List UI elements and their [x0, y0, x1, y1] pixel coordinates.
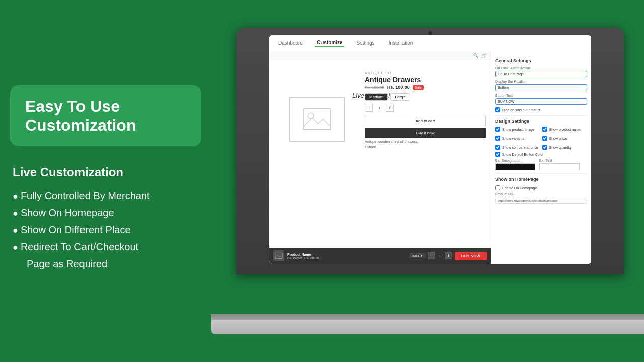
bar-text-col: Bar Text: [539, 159, 580, 170]
feature-item-2: Show On Homepage: [13, 204, 201, 221]
show-product-image-label: Show product image: [502, 128, 534, 131]
enable-homepage-label: Enable On Homepage: [502, 186, 537, 190]
product-url-label: Product URL: [495, 192, 587, 196]
qty-increase[interactable]: +: [386, 104, 394, 112]
tab-installation[interactable]: Installation: [387, 39, 415, 47]
app-topbar: Dashboard Customize Settings Installatio…: [269, 35, 591, 51]
sticky-back-btn[interactable]: Back ▼: [409, 253, 426, 258]
back-label: Back: [412, 254, 419, 257]
design-settings-title: Design Settings: [495, 119, 587, 124]
show-compare-price-row: Show compare at price: [495, 145, 540, 150]
feature-item-1: Fully Controlled By Merchant: [13, 187, 201, 204]
show-product-name-row: Show product name: [542, 127, 588, 132]
show-price-checkbox[interactable]: [542, 136, 547, 141]
bar-bg-col: Bar Background: [495, 159, 535, 170]
divider-1: [495, 115, 587, 116]
product-url-input[interactable]: [495, 198, 587, 204]
sticky-product-thumb: [273, 250, 284, 261]
size-large[interactable]: Large: [390, 93, 410, 101]
enable-homepage-row: Enable On Homepage: [495, 185, 587, 190]
size-medium[interactable]: Medium: [365, 93, 388, 101]
headline-box: Easy To Use Customization: [10, 85, 201, 146]
divider-2: [495, 173, 587, 174]
show-homepage-title: Show on HomePage: [495, 177, 587, 182]
laptop-hinge: [211, 314, 644, 320]
show-compare-price-label: Show compare at price: [502, 146, 538, 149]
size-buttons: Medium Large: [365, 93, 486, 101]
app-body: 🔍 🛒 Live Customization: [269, 51, 591, 264]
button-text-input[interactable]: [495, 98, 587, 105]
svg-rect-0: [303, 109, 331, 130]
show-price-row: Show price: [542, 136, 588, 141]
bar-bg-color-box[interactable]: [495, 163, 535, 170]
on-click-input[interactable]: [495, 71, 587, 77]
sticky-qty-control: − 1 +: [428, 252, 452, 259]
feature-item-5: Page as Required: [13, 255, 201, 273]
show-default-button-checkbox[interactable]: [495, 152, 500, 157]
bar-text-label: Bar Text: [539, 159, 580, 162]
show-price-label: Show price: [549, 137, 567, 140]
sticky-qty-decrease[interactable]: −: [428, 252, 435, 259]
feature-item-3: Show On Different Place: [13, 221, 201, 238]
sticky-product-info: Product Name Rs. 150.00 Rs. 248.00: [287, 253, 406, 259]
sticky-qty-increase[interactable]: +: [445, 252, 452, 259]
show-product-image-checkbox[interactable]: [495, 127, 500, 132]
show-quantity-row: Show quantity: [542, 145, 588, 150]
show-default-button-row: Show Default Button Color: [495, 152, 587, 157]
features-title: Live Customization: [13, 161, 201, 183]
show-compare-price-checkbox[interactable]: [495, 145, 500, 150]
show-variants-checkbox[interactable]: [495, 136, 500, 141]
design-settings-grid: Show product image Show product name Sho…: [495, 127, 587, 152]
tab-customize[interactable]: Customize: [315, 39, 345, 47]
tab-dashboard[interactable]: Dashboard: [276, 39, 305, 47]
old-price: Rs. 150.00: [365, 85, 384, 90]
settings-panel: General Settings On Click Button Action …: [491, 51, 591, 264]
sticky-buy-btn[interactable]: BUY NOW: [455, 252, 487, 260]
laptop-base: [211, 320, 644, 334]
hide-sold-out-checkbox[interactable]: [495, 107, 500, 112]
product-image-placeholder: [289, 76, 345, 142]
product-preview: 🔍 🛒 Live Customization: [269, 51, 491, 264]
sticky-bar: Product Name Rs. 150.00 Rs. 248.00: [269, 248, 491, 264]
qty-decrease[interactable]: −: [365, 104, 373, 112]
svg-point-1: [308, 113, 314, 119]
button-text-label: Button Text: [495, 94, 587, 97]
sale-badge: Sale: [413, 85, 424, 90]
color-pickers-row: Bar Background Bar Text: [495, 159, 587, 170]
app-ui: Dashboard Customize Settings Installatio…: [269, 35, 591, 264]
sticky-new-price: Rs. 248.00: [304, 256, 319, 259]
product-brand: ANTIQUE CO: [365, 71, 486, 75]
tab-settings[interactable]: Settings: [354, 39, 376, 47]
product-price-row: Rs. 150.00 Rs. 100.00 Sale: [365, 85, 486, 90]
show-variants-label: Show variants: [502, 137, 524, 140]
add-to-cart-btn[interactable]: Add to cart: [365, 116, 486, 126]
buy-now-btn[interactable]: Buy it now: [365, 128, 486, 138]
feature-item-4: Redirect To Cart/Checkout: [13, 238, 201, 255]
product-name: Antique Drawers: [365, 76, 486, 84]
sticky-qty-val: 1: [436, 254, 444, 258]
show-quantity-checkbox[interactable]: [542, 145, 547, 150]
sticky-product-name: Product Name: [287, 253, 406, 256]
show-variants-row: Show variants: [495, 136, 540, 141]
display-bar-input[interactable]: [495, 84, 587, 91]
bar-bg-label: Bar Background: [495, 159, 535, 162]
hide-sold-out-row: Hide on sold out product: [495, 107, 587, 112]
cart-icon: 🛒: [481, 53, 487, 58]
chevron-down-icon: ▼: [420, 254, 423, 257]
svg-rect-2: [275, 253, 282, 258]
show-product-name-checkbox[interactable]: [542, 127, 547, 132]
left-content: Easy To Use Customization Live Customiza…: [10, 85, 201, 273]
show-product-name-label: Show product name: [549, 128, 581, 131]
qty-row: − 1 +: [365, 104, 486, 112]
qty-value: 1: [375, 106, 383, 110]
display-bar-label: Display Bar Position: [495, 80, 587, 83]
sticky-thumb-svg: [275, 252, 283, 260]
laptop-bezel: Dashboard Customize Settings Installatio…: [236, 28, 624, 274]
product-image-svg: [302, 104, 332, 134]
bar-text-color-box[interactable]: [539, 163, 580, 170]
enable-homepage-checkbox[interactable]: [495, 185, 500, 190]
on-click-label: On Click Button Action: [495, 66, 587, 70]
general-settings-title: General Settings: [495, 58, 587, 63]
product-info: ANTIQUE CO Antique Drawers Rs. 150.00 Rs…: [365, 71, 486, 149]
show-default-button-label: Show Default Button Color: [502, 153, 544, 156]
